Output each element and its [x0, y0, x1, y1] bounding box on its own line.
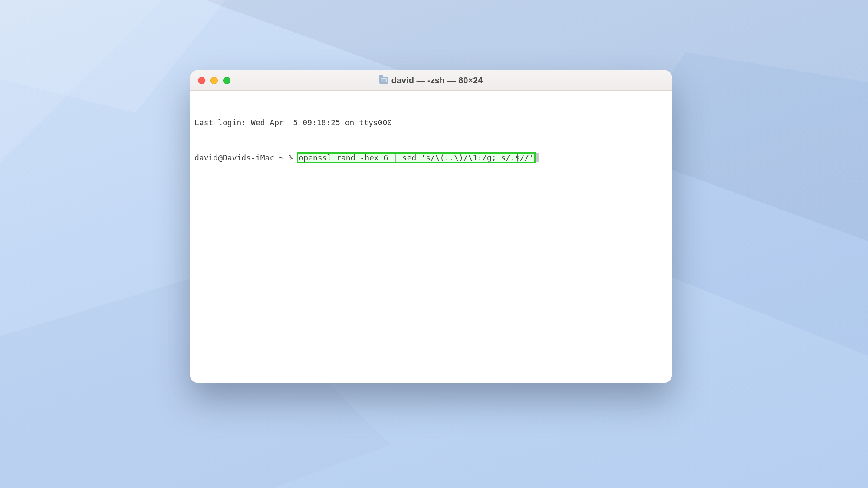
command-text: openssl rand -hex 6 | sed 's/\(..\)/\1:/… [299, 153, 534, 162]
close-button[interactable] [198, 77, 205, 84]
window-title: david — -zsh — 80×24 [190, 75, 672, 85]
terminal-window[interactable]: david — -zsh — 80×24 Last login: Wed Apr… [190, 70, 672, 383]
window-title-text: david — -zsh — 80×24 [391, 75, 483, 85]
window-controls [198, 77, 230, 84]
prompt-line: david@Davids-iMac ~ % openssl rand -hex … [194, 152, 667, 164]
folder-icon [379, 77, 388, 84]
terminal-body[interactable]: Last login: Wed Apr 5 09:18:25 on ttys00… [190, 91, 672, 191]
window-titlebar[interactable]: david — -zsh — 80×24 [190, 70, 672, 91]
desktop-background: david — -zsh — 80×24 Last login: Wed Apr… [0, 0, 868, 488]
zoom-button[interactable] [223, 77, 230, 84]
shell-prompt: david@Davids-iMac ~ % [194, 153, 298, 162]
minimize-button[interactable] [210, 77, 218, 84]
last-login-line: Last login: Wed Apr 5 09:18:25 on ttys00… [194, 117, 667, 128]
command-highlight: openssl rand -hex 6 | sed 's/\(..\)/\1:/… [298, 153, 535, 162]
text-cursor [535, 153, 539, 162]
